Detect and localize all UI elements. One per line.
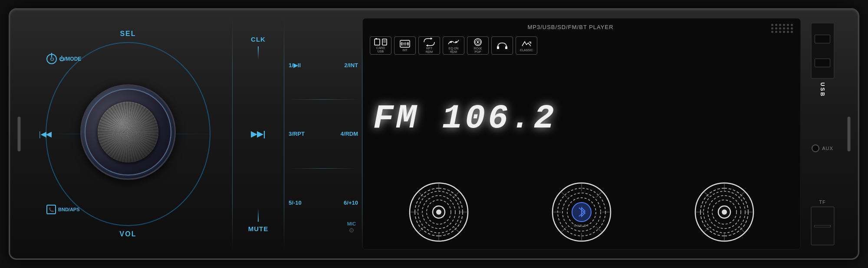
car-radio: SEL ⏻ ⏻/MODE |◀◀ 📞: [9, 8, 859, 260]
power-icon: ⏻: [46, 54, 57, 64]
phone-icon: 📞: [46, 205, 56, 214]
svg-text:CAR BT: CAR BT: [574, 224, 589, 228]
card-label: CARD: [376, 46, 385, 49]
power-mode-label: ⏻/MODE: [59, 56, 81, 62]
volume-knob[interactable]: [80, 85, 176, 180]
left-controls-panel: SEL ⏻ ⏻/MODE |◀◀ 📞: [24, 18, 232, 250]
svg-point-58: [722, 209, 727, 215]
preset-btn-4[interactable]: 4/RDM: [341, 131, 358, 137]
right-eject-handle[interactable]: [844, 18, 854, 250]
left-eject-handle[interactable]: [14, 18, 24, 250]
bnd-aps-label: BND/APS: [58, 207, 80, 212]
svg-point-30: [436, 209, 441, 215]
preset-buttons-panel: 1/▶II 2/INT 3/RPT 4/RDM 5/-10 6/+10 MIC: [284, 18, 362, 250]
usb-slot-bottom[interactable]: [815, 59, 830, 67]
fm-label: FM 106.2: [373, 99, 556, 137]
int-label: INT: [402, 49, 407, 52]
prev-button[interactable]: |◀◀: [39, 130, 51, 138]
pop-label: POP: [475, 50, 481, 53]
aux-section: AUX: [812, 144, 833, 152]
svg-point-11: [450, 41, 452, 43]
eq-icon-box[interactable]: EQ ON RDM: [443, 36, 464, 55]
tf-label: TF: [819, 199, 825, 205]
svg-line-53: [704, 191, 710, 197]
usb-icon-label: USB: [378, 50, 384, 53]
classic-label: CLASSIC: [520, 49, 533, 52]
fast-forward-button[interactable]: ▶▶|: [232, 129, 284, 139]
preset-btn-6[interactable]: 6/+10: [344, 199, 358, 206]
tf-slot-housing[interactable]: [811, 206, 835, 245]
tf-card-slot[interactable]: [814, 225, 831, 227]
svg-rect-16: [505, 46, 507, 49]
svg-point-14: [477, 41, 479, 43]
speaker-grille: [771, 24, 793, 33]
preset-btn-5[interactable]: 5/-10: [289, 199, 302, 206]
speaker-visualizers: CAR BT: [370, 182, 793, 244]
svg-line-26: [454, 191, 460, 197]
svg-line-28: [454, 227, 460, 233]
center-controls: CLK ▶▶| MUTE: [232, 18, 284, 250]
rdm-label: RDM: [426, 50, 433, 53]
preset-btn-2[interactable]: 2/INT: [344, 62, 358, 69]
player-type-label: MP3/USB/SD/FM/BT PLAYER: [527, 24, 613, 30]
svg-rect-15: [497, 46, 499, 49]
frequency-display: FM 106.2: [370, 58, 793, 178]
main-display: MP3/USB/SD/FM/BT PLAYER: [362, 18, 801, 250]
clk-label: CLK: [251, 36, 266, 43]
power-mode-button[interactable]: ⏻ ⏻/MODE: [46, 54, 81, 64]
usb-port-housing[interactable]: [811, 23, 835, 79]
vol-label: VOL: [120, 230, 137, 238]
card-usb-icon-box[interactable]: CARD USB: [370, 36, 391, 55]
eq-rdm-label: RDM: [450, 50, 457, 53]
right-io-panel: USB AUX TF: [801, 18, 844, 250]
svg-line-54: [739, 191, 745, 197]
usb-section: USB: [811, 23, 835, 97]
preset-btn-3[interactable]: 3/RPT: [289, 131, 305, 137]
right-speaker-display: [694, 182, 755, 244]
headphone-icon-box[interactable]: [491, 36, 513, 55]
tf-section: TF: [811, 199, 835, 245]
eq-on-label: EQ ON: [449, 47, 459, 50]
usb-slot-top[interactable]: [815, 35, 830, 43]
svg-line-25: [418, 191, 424, 197]
mute-label: MUTE: [248, 225, 269, 232]
svg-rect-0: [375, 39, 380, 45]
aux-label: AUX: [822, 146, 833, 151]
svg-point-12: [455, 41, 457, 43]
svg-line-41: [561, 227, 567, 233]
rpt-rdm-icon-box[interactable]: RPT RDM: [418, 36, 440, 55]
mic-label: MIC: [347, 221, 356, 226]
center-speaker-display: CAR BT: [551, 182, 612, 244]
rpt-label: RPT: [426, 47, 432, 50]
svg-line-27: [418, 227, 424, 233]
sel-label: SEL: [120, 30, 136, 38]
svg-rect-1: [375, 38, 377, 39]
svg-line-55: [704, 227, 710, 233]
aux-jack-port[interactable]: [812, 144, 819, 152]
fm-frequency-text: FM 106.2: [373, 99, 556, 137]
preset-btn-1[interactable]: 1/▶II: [289, 62, 301, 69]
classic-icon-box[interactable]: CLASSIC: [516, 36, 537, 55]
rock-pop-icon-box[interactable]: ROcK POP: [467, 36, 489, 55]
mic-port: [349, 228, 354, 232]
rock-label: ROcK: [474, 47, 482, 50]
left-speaker-display: [408, 182, 469, 244]
svg-line-56: [739, 227, 745, 233]
int-icon-box[interactable]: INT: [394, 36, 416, 55]
function-icons-row: CARD USB INT: [370, 36, 793, 55]
usb-label: USB: [819, 82, 825, 97]
bnd-aps-button[interactable]: 📞 BND/APS: [46, 205, 80, 214]
